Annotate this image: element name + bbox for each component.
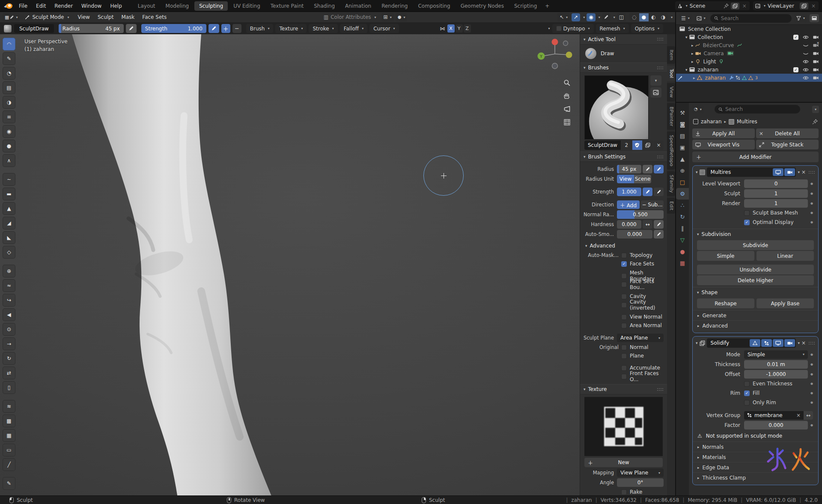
outliner-row-zaharan-object[interactable]: ▸ zaharan 3 [676, 74, 822, 82]
invert-vertex-group-button[interactable]: ↔ [804, 411, 813, 420]
workspace-tab[interactable]: Geometry Nodes [456, 1, 509, 11]
tool-inflate[interactable]: ◉ [3, 125, 15, 138]
direction-subtract-button[interactable]: − Sub... [641, 200, 664, 209]
tool-pose[interactable]: ⊙ [3, 323, 15, 336]
topbar-menu[interactable]: Edit [32, 2, 50, 10]
checkbox[interactable]: ✓ [621, 323, 627, 328]
tool-settings-menu[interactable]: Stroke▾ [309, 24, 337, 33]
delete-all-button[interactable]: ×Delete All [756, 128, 819, 138]
tool-clay[interactable]: ◔ [3, 67, 15, 80]
properties-search[interactable] [715, 105, 800, 113]
radius-unit-toggle-button[interactable] [654, 165, 664, 173]
shading-rendered-button[interactable]: ◑ [658, 13, 668, 21]
workspace-tab[interactable]: Layout [133, 1, 160, 11]
eye-icon[interactable] [803, 68, 809, 72]
rake-option[interactable]: ✓Rake [580, 488, 667, 495]
direction-subtract-button[interactable]: − [232, 24, 241, 33]
expand-icon[interactable]: ▸ [691, 51, 694, 56]
tool-draw-face-sets[interactable]: ▦ [3, 429, 15, 442]
show-overlays-button[interactable] [602, 13, 611, 21]
checkbox[interactable]: ✓ [621, 294, 627, 299]
ptab-data[interactable]: ▽ [676, 234, 689, 246]
viewport-vis-button[interactable]: Viewport Vis [692, 140, 755, 149]
camera-disabled-icon[interactable]: × [813, 43, 819, 48]
proportional-editing-button[interactable]: ⊞▾ [381, 13, 394, 21]
drag-grip-icon[interactable] [657, 66, 664, 70]
subdivide-button[interactable]: Subdivide [697, 240, 814, 250]
mirror-axis-button[interactable]: Y [456, 24, 463, 33]
workspace-tab[interactable]: Modeling [161, 1, 194, 11]
tool-slide-relax[interactable]: ⇄ [3, 367, 15, 379]
brush-dropdown-button[interactable]: ▾ [650, 75, 661, 86]
sculpt-mesh[interactable] [0, 34, 675, 495]
brush-name-field[interactable]: SculptDraw [584, 140, 621, 150]
zoom-tool-icon[interactable] [562, 78, 572, 87]
hardness-pressure-button[interactable] [654, 220, 664, 229]
radius-slider[interactable]: 45 px [617, 165, 641, 173]
outliner-row-light[interactable]: ▸ Light [676, 57, 822, 66]
viewport-menu[interactable]: Face Sets [139, 13, 170, 21]
tool-pinch[interactable]: ◇ [3, 246, 15, 259]
drag-grip-icon[interactable] [657, 155, 664, 159]
brush-image-button[interactable] [650, 87, 661, 98]
outliner-row-scene-collection[interactable]: Scene Collection [676, 25, 822, 33]
brush-preview-image[interactable] [584, 75, 649, 140]
strength-unit-toggle-button[interactable] [654, 188, 664, 196]
outliner-search[interactable] [710, 14, 792, 23]
animate-dot[interactable]: ● [808, 202, 816, 205]
collapsed-section[interactable]: ▸Edge Data [693, 462, 818, 472]
workspace-tab[interactable]: Rendering [377, 1, 412, 11]
mapping-dropdown[interactable]: View Plane▾ [617, 468, 664, 477]
close-icon[interactable]: × [801, 340, 806, 346]
pin-icon[interactable] [812, 119, 818, 125]
rim-fill-option[interactable]: ✓Fill [744, 390, 808, 396]
viewport-menu[interactable]: View [74, 13, 93, 21]
eye-icon[interactable] [803, 60, 809, 64]
render-display-toggle[interactable] [784, 168, 795, 176]
add-modifier-button[interactable]: ＋Add Modifier [692, 152, 819, 162]
ptab-output[interactable]: ▤ [676, 130, 689, 142]
checkbox[interactable]: ✓ [621, 365, 627, 371]
transform-orientation-button[interactable]: ↗ [572, 13, 580, 21]
ptab-physics[interactable]: ↻ [676, 211, 689, 223]
chevron-down-icon[interactable]: ▾ [697, 232, 699, 236]
tool-elastic-deform[interactable]: ≈ [3, 279, 15, 292]
angle-field[interactable]: 0° [617, 478, 664, 487]
add-workspace-button[interactable]: + [542, 2, 553, 10]
remesh-dropdown[interactable]: Remesh▾ [596, 24, 629, 33]
vertex-group-field[interactable]: membrane × [744, 411, 804, 420]
scene-selector[interactable]: ▾ Scene × [675, 1, 750, 10]
checkbox[interactable]: ✓ [621, 374, 627, 379]
camera-visibility-icon[interactable] [813, 35, 819, 39]
options-dropdown[interactable]: Options▾ [631, 24, 663, 33]
extras-dropdown-icon[interactable]: ▾ [798, 170, 800, 174]
hardness-field[interactable]: 0.000 [617, 220, 641, 229]
animate-dot[interactable]: ● [808, 192, 816, 195]
collapsed-section[interactable]: ▸Thickness Clamp [693, 472, 818, 483]
auto-mask-option[interactable]: ✓View Normal [580, 313, 667, 321]
subdivide-simple-button[interactable]: Simple [697, 251, 754, 261]
strength-pressure-button[interactable] [643, 188, 652, 196]
outliner-display-mode-button[interactable]: ☰▾ [679, 14, 692, 22]
auto-smooth-pressure-button[interactable] [654, 230, 664, 239]
close-icon[interactable]: × [801, 169, 806, 175]
color-attributes-dropdown[interactable]: ▥ Color Attributes▾ [320, 13, 380, 21]
chevron-down-icon[interactable]: ▾ [585, 244, 587, 248]
original-option[interactable]: ✓Plane [580, 352, 667, 360]
tool-flatten[interactable]: ▬ [3, 188, 15, 200]
expand-icon[interactable]: ▾ [685, 68, 688, 72]
filter-button[interactable]: ▾ [794, 14, 807, 22]
workspace-tab[interactable]: UV Editing [229, 1, 265, 11]
new-collection-button[interactable] [810, 14, 819, 22]
checkbox[interactable]: ✓ [621, 261, 627, 267]
checkbox[interactable]: ✓ [621, 302, 627, 308]
workspace-tab[interactable]: Animation [340, 1, 376, 11]
edit-mode-display-toggle[interactable] [750, 339, 760, 347]
outliner-row-collection[interactable]: ▾ Collection ✓ [676, 33, 822, 41]
viewport-display-toggle[interactable] [773, 339, 783, 347]
topbar-menu[interactable]: Help [106, 2, 126, 10]
workspace-tab[interactable]: Compositing [413, 1, 455, 11]
select-tool-button[interactable]: ↖▾ [557, 13, 570, 21]
brush-users-count[interactable]: 2 [622, 140, 631, 150]
checkbox[interactable]: ✓ [621, 253, 627, 258]
